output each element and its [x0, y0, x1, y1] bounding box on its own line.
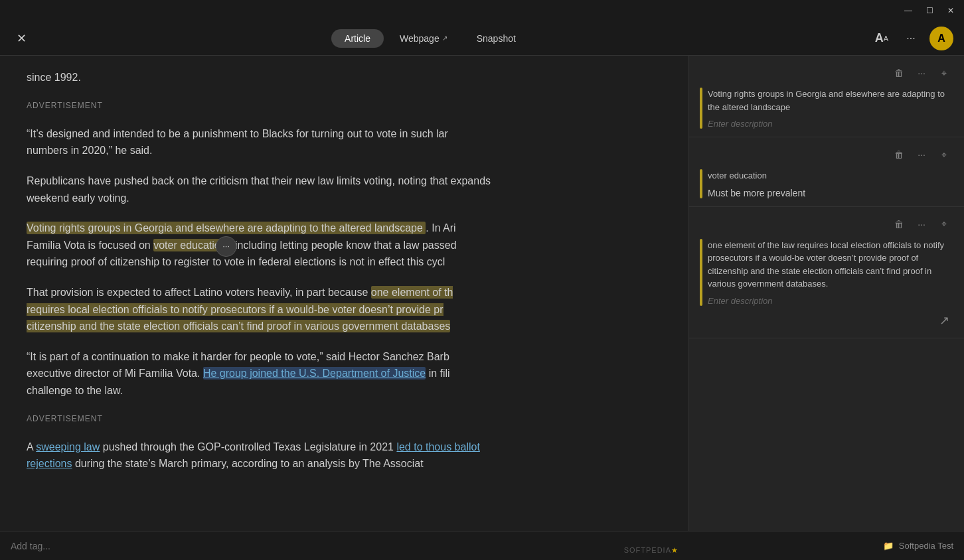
advertisement-2: ADVERTISEMENT	[27, 413, 491, 425]
annotations-panel: 🗑 ··· ⌖ Voting rights groups in Georgia …	[688, 56, 964, 531]
tab-webpage[interactable]: Webpage ↗	[386, 29, 461, 48]
annotation-comment-2: Must be more prevalent	[708, 188, 953, 198]
advertisement-1: ADVERTISEMENT	[27, 100, 491, 112]
annotation-goto-3[interactable]: ⌖	[935, 215, 953, 234]
article-para-1: “It’s designed and intended to be a puni…	[27, 125, 491, 159]
annotation-desc-3[interactable]: Enter description	[708, 296, 953, 306]
article-para-6: A sweeping law pushed through the GOP-co…	[27, 439, 491, 472]
article-para-5: “It is part of a continuation to make it…	[27, 348, 491, 399]
article-para-2: Republicans have pushed back on the crit…	[27, 173, 491, 206]
highlight-tooltip[interactable]: ···	[215, 236, 237, 257]
watermark: SOFTPEDIA★	[624, 546, 679, 555]
annotation-more-1[interactable]: ···	[912, 64, 931, 82]
article-content: since 1992. ADVERTISEMENT “It’s designed…	[0, 56, 688, 531]
annotation-content-3: one element of the law requires local el…	[700, 239, 953, 306]
tab-snapshot[interactable]: Snapshot	[463, 29, 529, 48]
annotation-quote-3: one element of the law requires local el…	[708, 239, 953, 291]
annotation-bar-1	[700, 88, 702, 129]
font-size-button[interactable]: AA	[871, 28, 892, 49]
maximize-button[interactable]: ☐	[922, 3, 937, 19]
annotation-delete-1[interactable]: 🗑	[890, 64, 908, 82]
highlight-voting-rights[interactable]: Voting rights groups in Georgia and else…	[27, 222, 426, 234]
folder-label: Softpedia Test	[899, 541, 953, 551]
status-bar: 📁 Softpedia Test	[0, 531, 964, 560]
annotation-bar-2	[700, 169, 702, 198]
annotation-goto-2[interactable]: ⌖	[935, 145, 953, 164]
annotation-desc-1[interactable]: Enter description	[708, 119, 953, 129]
doj-link[interactable]: He group joined the U.S. Department of J…	[203, 367, 426, 380]
add-tag-input[interactable]	[11, 541, 127, 551]
minimize-button[interactable]: —	[900, 3, 916, 19]
external-link-icon: ↗	[442, 35, 447, 42]
article-para-4: That provision is expected to affect Lat…	[27, 284, 491, 335]
annotation-bar-3	[700, 239, 702, 306]
annotation-quote-2: voter education	[708, 169, 953, 182]
annotation-actions-2: 🗑 ··· ⌖	[890, 145, 953, 164]
status-right: 📁 Softpedia Test	[883, 541, 953, 551]
more-options-button[interactable]: ···	[900, 28, 922, 49]
article-para-3: Voting rights groups in Georgia and else…	[27, 220, 491, 271]
avatar[interactable]: A	[929, 27, 953, 50]
annotation-content-1: Voting rights groups in Georgia and else…	[700, 88, 953, 129]
sweeping-law-link[interactable]: sweeping law	[36, 441, 100, 453]
annotation-more-2[interactable]: ···	[912, 145, 931, 164]
annotation-more-3[interactable]: ···	[912, 215, 931, 234]
annotation-card-1: 🗑 ··· ⌖ Voting rights groups in Georgia …	[689, 56, 964, 137]
title-bar: — ☐ ✕	[0, 0, 964, 21]
article-para-0: since 1992.	[27, 69, 491, 86]
nav-tabs: Article Webpage ↗ Snapshot	[0, 29, 871, 48]
annotation-card-3: 🗑 ··· ⌖ one element of the law requires …	[689, 207, 964, 338]
article-text-container: since 1992. ADVERTISEMENT “It’s designed…	[27, 69, 491, 472]
annotation-delete-2[interactable]: 🗑	[890, 145, 908, 164]
annotation-delete-3[interactable]: 🗑	[890, 215, 908, 234]
annotation-header-1: 🗑 ··· ⌖	[700, 64, 953, 82]
annotation-content-2: voter education Must be more prevalent	[700, 169, 953, 198]
annotation-quote-1: Voting rights groups in Georgia and else…	[708, 88, 953, 113]
annotation-card-2: 🗑 ··· ⌖ voter education Must be more pre…	[689, 137, 964, 207]
export-area: ↗	[700, 311, 953, 330]
tab-article[interactable]: Article	[331, 29, 384, 48]
annotation-goto-1[interactable]: ⌖	[935, 64, 953, 82]
close-window-button[interactable]: ✕	[943, 3, 959, 19]
annotation-header-2: 🗑 ··· ⌖	[700, 145, 953, 164]
nav-bar: ✕ Article Webpage ↗ Snapshot AA ··· A	[0, 21, 964, 56]
export-button[interactable]: ↗	[935, 311, 953, 330]
annotation-header-3: 🗑 ··· ⌖	[700, 215, 953, 234]
annotation-actions-3: 🗑 ··· ⌖	[890, 215, 953, 234]
nav-right-actions: AA ··· A	[871, 27, 953, 50]
folder-icon: 📁	[883, 541, 894, 551]
annotation-actions-1: 🗑 ··· ⌖	[890, 64, 953, 82]
